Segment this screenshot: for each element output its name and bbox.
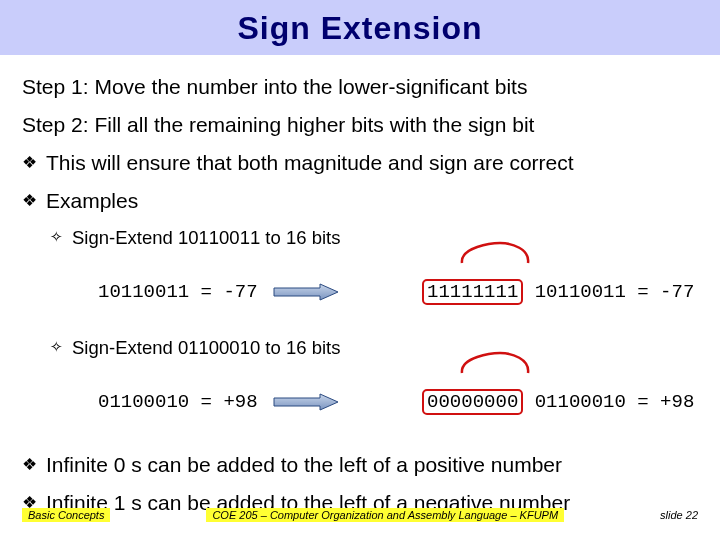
step-1: Step 1: Move the number into the lower-s… — [22, 75, 698, 99]
bullet-ensure: This will ensure that both magnitude and… — [22, 151, 698, 175]
example-2-label: Sign-Extend 01100010 to 16 bits — [22, 337, 698, 359]
footer-course: COE 205 – Computer Organization and Asse… — [206, 508, 564, 522]
arrow-icon — [272, 282, 340, 302]
slide-content: Step 1: Move the number into the lower-s… — [0, 55, 720, 515]
footer: Basic Concepts COE 205 – Computer Organi… — [0, 508, 720, 522]
title-bar: Sign Extension — [0, 0, 720, 55]
example-1-label: Sign-Extend 10110011 to 16 bits — [22, 227, 698, 249]
example-2-result: 00000000 01100010 = +98 — [354, 367, 695, 437]
svg-marker-1 — [274, 394, 338, 410]
example-1-row: 10110011 = -77 11111111 10110011 = -77 — [22, 257, 698, 327]
footer-slide-number: slide 22 — [660, 509, 698, 521]
highlight-box: 00000000 — [422, 389, 523, 415]
slide-title: Sign Extension — [0, 10, 720, 47]
highlight-box: 11111111 — [422, 279, 523, 305]
step-2: Step 2: Fill all the remaining higher bi… — [22, 113, 698, 137]
svg-marker-0 — [274, 284, 338, 300]
example-2-row: 01100010 = +98 00000000 01100010 = +98 — [22, 367, 698, 437]
arrow-icon — [272, 392, 340, 412]
bullet-examples: Examples — [22, 189, 698, 213]
example-1-source: 10110011 = -77 — [98, 281, 258, 303]
bullet-infinite-zeros: Infinite 0 s can be added to the left of… — [22, 453, 698, 477]
example-1-result: 11111111 10110011 = -77 — [354, 257, 695, 327]
footer-topic: Basic Concepts — [22, 508, 110, 522]
example-2-source: 01100010 = +98 — [98, 391, 258, 413]
